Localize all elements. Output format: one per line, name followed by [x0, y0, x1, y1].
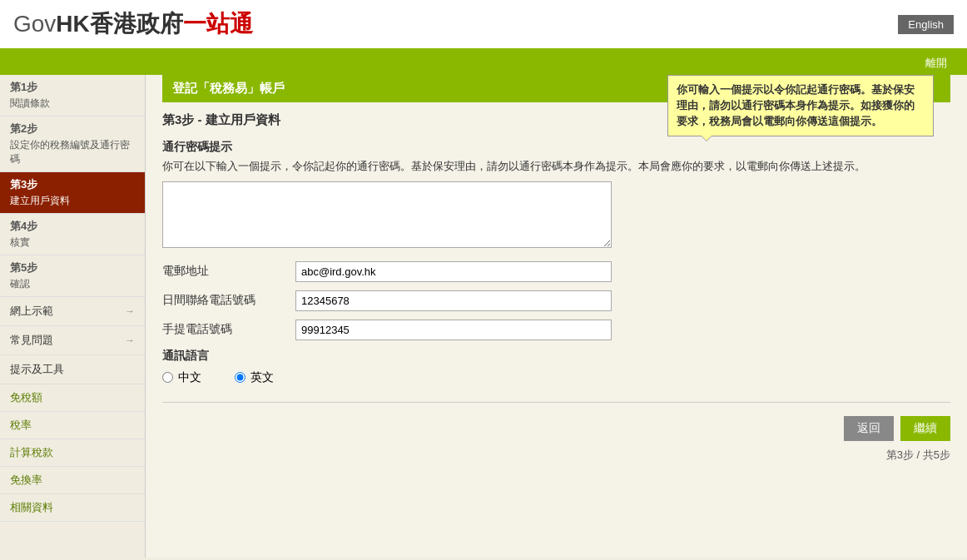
email-row: 電郵地址 — [162, 261, 950, 282]
step3-num: 第3步 — [10, 177, 135, 192]
sidebar-item-faq[interactable]: 常見問題 → — [0, 326, 145, 355]
step2-num: 第2步 — [10, 121, 135, 136]
email-label: 電郵地址 — [162, 264, 295, 279]
logo-highlight: 一站通 — [183, 11, 253, 37]
logo: GovHK香港政府一站通 — [13, 8, 253, 40]
back-button[interactable]: 返回 — [844, 416, 894, 441]
step1-desc: 閱讀條款 — [10, 97, 135, 111]
lang-chinese-label: 中文 — [178, 370, 201, 385]
main-content: 登記「稅務易」帳戶 你可輸入一個提示以令你記起通行密碼。基於保安理由，請勿以通行… — [146, 75, 967, 558]
arrow-right-icon-2: → — [125, 335, 135, 346]
step4-num: 第4步 — [10, 219, 135, 234]
email-input[interactable] — [295, 261, 612, 282]
sidebar-step-2[interactable]: 第2步 設定你的稅務編號及通行密碼 — [0, 116, 145, 172]
sidebar-item-online-demo[interactable]: 網上示範 → — [0, 297, 145, 326]
logo-gov: Gov — [13, 11, 56, 37]
sidebar-step-1[interactable]: 第1步 閱讀條款 — [0, 75, 145, 116]
lang-section-title: 通訊語言 — [162, 349, 950, 364]
step5-desc: 確認 — [10, 277, 135, 291]
tooltip-text: 你可輸入一個提示以令你記起通行密碼。基於保安理由，請勿以通行密碼本身作為提示。如… — [677, 84, 915, 127]
mobile-row: 手提電話號碼 — [162, 320, 950, 340]
leave-button[interactable]: 離開 — [919, 54, 954, 72]
phone-input[interactable] — [295, 290, 612, 311]
logo-hk: HK — [56, 11, 89, 37]
language-button[interactable]: English — [898, 15, 954, 34]
mobile-input[interactable] — [295, 320, 612, 340]
header: GovHK香港政府一站通 English — [0, 0, 967, 52]
tips-label: 提示及工具 — [10, 362, 64, 377]
hint-section-title: 通行密碼提示 — [162, 140, 950, 155]
page-header-bar: 登記「稅務易」帳戶 你可輸入一個提示以令你記起通行密碼。基於保安理由，請勿以通行… — [162, 75, 950, 102]
phone-label: 日間聯絡電話號碼 — [162, 293, 295, 308]
phone-row: 日間聯絡電話號碼 — [162, 290, 950, 311]
faq-label: 常見問題 — [10, 333, 53, 348]
lang-chinese-option[interactable]: 中文 — [162, 370, 201, 385]
sidebar-step-3[interactable]: 第3步 建立用戶資料 — [0, 172, 145, 214]
tooltip-bubble: 你可輸入一個提示以令你記起通行密碼。基於保安理由，請勿以通行密碼本身作為提示。如… — [667, 75, 934, 136]
lang-radio-group: 中文 英文 — [162, 370, 950, 385]
footer-progress: 第3步 / 共5步 — [886, 448, 950, 463]
lang-english-label: 英文 — [250, 370, 274, 385]
sidebar: 第1步 閱讀條款 第2步 設定你的稅務編號及通行密碼 第3步 建立用戶資料 第4… — [0, 75, 146, 558]
step2-desc: 設定你的稅務編號及通行密碼 — [10, 138, 135, 166]
hint-textarea[interactable] — [162, 181, 612, 248]
sidebar-item-tips[interactable]: 提示及工具 — [0, 355, 145, 384]
lang-english-radio[interactable] — [235, 372, 245, 383]
logo-chinese: 香港政府 — [90, 11, 183, 37]
next-button[interactable]: 繼續 — [900, 416, 950, 441]
sidebar-link-tax-calc[interactable]: 計算稅款 — [0, 439, 145, 467]
page-layout: 第1步 閱讀條款 第2步 設定你的稅務編號及通行密碼 第3步 建立用戶資料 第4… — [0, 75, 967, 558]
page-header-title: 登記「稅務易」帳戶 — [172, 81, 285, 95]
sidebar-step-4[interactable]: 第4步 核實 — [0, 214, 145, 255]
hint-section-desc: 你可在以下輸入一個提示，令你記起你的通行密碼。基於保安理由，請勿以通行密碼本身作… — [162, 158, 950, 175]
footer-buttons: 返回 繼續 — [844, 416, 950, 441]
arrow-right-icon: → — [125, 305, 135, 317]
online-demo-label: 網上示範 — [10, 304, 53, 319]
sidebar-link-exchange-rate[interactable]: 免換率 — [0, 467, 145, 494]
footer-bar: 返回 繼續 第3步 / 共5步 — [162, 402, 950, 463]
step3-desc: 建立用戶資料 — [10, 194, 135, 208]
mobile-label: 手提電話號碼 — [162, 322, 295, 337]
step1-num: 第1步 — [10, 80, 135, 95]
lang-english-option[interactable]: 英文 — [235, 370, 274, 385]
sidebar-link-tax-allowance[interactable]: 免稅額 — [0, 384, 145, 412]
lang-chinese-radio[interactable] — [162, 372, 173, 383]
sidebar-link-related[interactable]: 相關資料 — [0, 494, 145, 522]
sidebar-step-5[interactable]: 第5步 確認 — [0, 255, 145, 297]
subheader-bar: 離開 — [0, 52, 967, 75]
sidebar-link-tax-rate[interactable]: 稅率 — [0, 412, 145, 439]
step5-num: 第5步 — [10, 260, 135, 275]
step4-desc: 核實 — [10, 235, 135, 250]
